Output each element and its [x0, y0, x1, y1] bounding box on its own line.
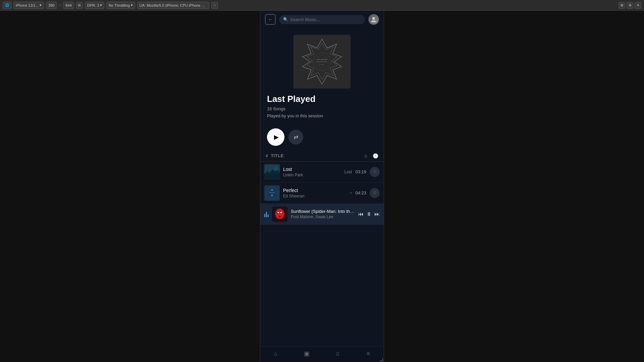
throttle-label: No Throttling — [109, 3, 130, 7]
track-duration: 03:19 — [355, 169, 366, 174]
playlist-info: Last Played 16 Songs Played by you in th… — [260, 94, 384, 125]
heart-button[interactable]: ♡ — [370, 167, 380, 177]
chrome-right-controls: ⊞ ⚙ ✕ — [619, 2, 641, 9]
device-label: iPhone 12/1... — [16, 3, 39, 7]
back-icon: ← — [268, 17, 273, 22]
close-icon[interactable]: ✕ — [635, 2, 641, 9]
phone-container: ← 🔍 — [260, 11, 384, 362]
track-item-playing[interactable]: Sunflower (Spider-Man: Into the Spider-V… — [260, 204, 384, 225]
playing-indicator — [264, 211, 269, 217]
width-input[interactable]: 390 — [46, 2, 57, 9]
playlist-song-count: 16 Songs — [267, 106, 377, 113]
svg-point-22 — [279, 216, 280, 217]
track-thumbnail — [264, 164, 280, 180]
svg-point-16 — [271, 194, 273, 196]
playing-bars — [264, 211, 269, 217]
search-input[interactable] — [290, 17, 361, 22]
search-bar[interactable]: 🔍 — [279, 15, 365, 24]
main-area: ← 🔍 — [0, 11, 644, 362]
avatar[interactable] — [368, 14, 379, 25]
settings-icon[interactable]: ⚙ — [627, 2, 633, 9]
height-value: 844 — [65, 3, 71, 7]
library-icon: ▣ — [304, 350, 310, 357]
bar1 — [264, 214, 265, 217]
es-thumbnail — [264, 185, 280, 201]
menu-icon: ≡ — [367, 350, 370, 357]
dpr-selector[interactable]: DPR: 3 ▾ — [85, 2, 104, 9]
track-name: Sunflower (Spider-Man: Into the Spider-V… — [291, 209, 355, 214]
track-artist: Ed Sheeran — [283, 194, 346, 198]
ua-selector[interactable]: UA: Mozilla/5.0 (iPhone; CPU iPhone OS 1… — [137, 2, 209, 9]
play-icon: ▶ — [274, 133, 279, 141]
responsive-icon[interactable]: ⧉ — [76, 2, 83, 9]
home-icon: ⌂ — [274, 350, 278, 357]
sm-thumbnail — [272, 206, 287, 222]
th-clock-icon: 🕐 — [373, 153, 378, 159]
th-music-icon: ♫ — [364, 153, 368, 159]
album-art-section: Jam remonia best ever made a creation — [260, 28, 384, 94]
dpr-value: 3 — [97, 3, 99, 7]
play-button[interactable]: ▶ — [267, 128, 284, 146]
svg-rect-15 — [269, 192, 275, 193]
width-value: 390 — [48, 3, 54, 7]
track-artist: Linkin Park — [283, 173, 341, 177]
track-album: Lost — [344, 170, 352, 174]
track-info: Sunflower (Spider-Man: Into the Spider-V… — [291, 209, 355, 219]
screenshot-icon[interactable]: ⊞ — [619, 2, 625, 9]
track-info: Perfect Ed Sheeran — [283, 188, 346, 198]
track-list[interactable]: Lost Linkin Park Lost 03:19 ♡ — [260, 162, 384, 346]
playlist-title: Last Played — [267, 94, 377, 104]
track-item[interactable]: Lost Linkin Park Lost 03:19 ♡ — [260, 162, 384, 183]
height-input[interactable]: 844 — [63, 2, 74, 9]
heart-button[interactable]: ♡ — [370, 188, 380, 198]
album-art-image: Jam remonia best ever made a creation — [297, 37, 347, 87]
nav-queue[interactable]: ♫ — [322, 350, 353, 357]
resize-handle[interactable] — [380, 358, 384, 362]
dimension-sep: × — [59, 3, 61, 8]
track-item[interactable]: Perfect Ed Sheeran ÷ 04:23 ♡ — [260, 183, 384, 204]
pause-button[interactable]: ⏸ — [366, 211, 372, 217]
track-thumbnail — [264, 185, 280, 201]
throttle-selector[interactable]: No Throttling ▾ — [106, 2, 135, 9]
table-header: # TITLE ♫ 🕐 — [260, 151, 384, 162]
playlist-description: Played by you in this session — [267, 113, 377, 120]
shuffle-button[interactable]: ⇄ — [288, 130, 303, 144]
heart-icon: ♡ — [373, 191, 377, 195]
shuffle-icon: ⇄ — [294, 134, 298, 140]
next-button[interactable]: ⏭ — [374, 211, 380, 217]
queue-icon: ♫ — [335, 350, 340, 357]
track-duration: 04:23 — [355, 190, 366, 195]
ua-value: Mozilla/5.0 (iPhone; CPU iPhone OS 14_6 … — [147, 3, 207, 7]
playback-controls: ⏮ ⏸ ⏭ — [358, 211, 380, 217]
svg-text:best ever made: best ever made — [317, 61, 327, 63]
back-button[interactable]: ← — [265, 14, 276, 25]
track-album: ÷ — [350, 191, 352, 195]
bar3 — [268, 215, 269, 217]
search-icon: 🔍 — [283, 17, 288, 22]
lp-thumbnail — [264, 164, 280, 180]
th-title: TITLE — [271, 154, 359, 158]
track-artist: Post Malone, Swae Lee — [291, 215, 355, 219]
nav-home[interactable]: ⌂ — [260, 350, 291, 357]
left-background — [0, 11, 260, 362]
track-thumbnail — [272, 206, 287, 222]
controls-row: ▶ ⇄ — [260, 125, 384, 151]
device-selector[interactable]: iPhone 12/1... ▾ — [13, 2, 44, 9]
track-name: Perfect — [283, 188, 346, 193]
svg-text:Jam remonia: Jam remonia — [317, 58, 327, 60]
prev-button[interactable]: ⏮ — [358, 211, 364, 217]
nav-menu[interactable]: ≡ — [353, 350, 384, 357]
svg-point-0 — [372, 17, 375, 20]
nav-library[interactable]: ▣ — [291, 350, 322, 357]
track-info: Lost Linkin Park — [283, 167, 341, 177]
app-header: ← 🔍 — [260, 11, 384, 28]
th-number: # — [266, 154, 268, 158]
bar2 — [266, 212, 267, 217]
dpr-label: DPR: — [87, 3, 96, 7]
heart-icon: ♡ — [373, 170, 377, 174]
avatar-icon — [370, 16, 377, 23]
browser-chrome: 🌐 iPhone 12/1... ▾ 390 × 844 ⧉ DPR: 3 ▾ … — [0, 0, 644, 11]
svg-text:a creation: a creation — [319, 64, 325, 65]
chrome-favicon: 🌐 — [3, 2, 11, 9]
touch-icon[interactable]: ☞ — [211, 2, 218, 9]
